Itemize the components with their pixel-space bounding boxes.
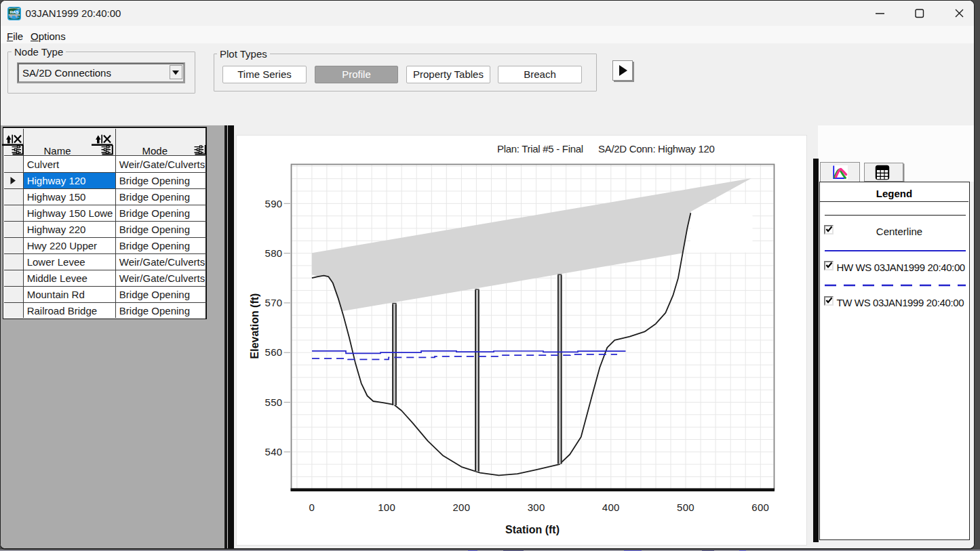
svg-text:Elevation (ft): Elevation (ft) — [249, 293, 260, 359]
svg-text:Plan: Trial #5 - Final: Plan: Trial #5 - Final — [497, 143, 583, 155]
svg-text:550: 550 — [265, 396, 283, 408]
svg-text:600: 600 — [751, 502, 769, 513]
svg-text:0: 0 — [309, 502, 315, 513]
svg-text:500: 500 — [677, 502, 694, 513]
svg-text:580: 580 — [265, 247, 283, 259]
svg-text:300: 300 — [528, 502, 545, 513]
svg-text:400: 400 — [602, 502, 620, 513]
svg-text:Station (ft): Station (ft) — [505, 524, 560, 535]
svg-text:100: 100 — [378, 502, 395, 513]
svg-text:560: 560 — [265, 346, 283, 358]
svg-text:RAS: RAS — [9, 9, 18, 14]
svg-text:570: 570 — [265, 297, 283, 308]
svg-text:540: 540 — [265, 446, 283, 457]
svg-text:SA/2D Conn: Highway 120: SA/2D Conn: Highway 120 — [598, 143, 715, 155]
svg-text:200: 200 — [452, 502, 470, 513]
svg-text:590: 590 — [265, 198, 283, 209]
